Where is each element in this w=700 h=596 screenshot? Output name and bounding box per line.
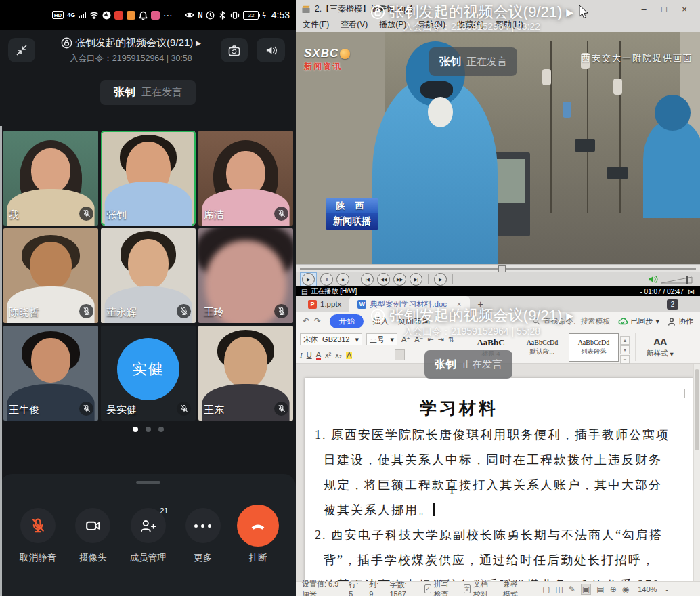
participant-tile[interactable]: 实健 吴实健 [101, 326, 196, 421]
step-button[interactable]: ▶ [434, 273, 447, 286]
zoom-slider[interactable] [677, 589, 694, 589]
more-button[interactable]: 更多 [179, 508, 227, 564]
chevron-down-icon: ▾ [670, 349, 673, 358]
pause-button[interactable]: ‖ [320, 273, 333, 286]
align-center-button[interactable] [369, 350, 378, 360]
stream-indicator-icon: ⋈ [688, 288, 695, 295]
members-button[interactable]: 21 成员管理 [124, 508, 173, 564]
pen-mode-icon[interactable]: ✎ [569, 584, 575, 594]
battery-icon: 32 [243, 11, 259, 20]
forward-button[interactable]: ▶▶ [393, 273, 406, 286]
speaker-name: 张钊 [435, 358, 456, 372]
scene-medic-mask-shape [428, 97, 453, 127]
participant-tile[interactable]: 董永辉 [101, 228, 196, 323]
document-body[interactable]: 1. 原西安医学院院长唐俊琪利用职务便利，插手教师公寓项 目建设，使其关系人中标… [315, 423, 690, 581]
media-player-window: 2.【三秦楷模】施秉银.mp4 – □ × 文件(F) 查看(V) 播放(P) … [296, 0, 700, 296]
wps-status-bar: 设置值: 6.9厘米 行: 5 列: 9 字数: 1567 ✓ 拼写检查 文 文… [296, 581, 700, 596]
ellipsis-icon [194, 524, 211, 528]
eye-protect-icon[interactable]: ◉ [622, 584, 629, 594]
scene-iv-bag-shape [563, 102, 571, 118]
volume-icon[interactable] [647, 274, 658, 284]
switch-camera-button[interactable] [221, 38, 248, 62]
align-justify-button-active[interactable] [395, 349, 405, 360]
participant-name: 张钊 [106, 209, 127, 221]
meeting-control-sheet: 取消静音 摄像头 21 成员管理 更多 挂断 [0, 474, 296, 596]
camera-label: 摄像头 [79, 552, 107, 564]
proofread-button[interactable]: 文 文档校对 [464, 579, 494, 596]
speaker-output-button[interactable] [257, 38, 285, 62]
speaker-name: 张钊 [439, 55, 461, 69]
participant-tile[interactable]: 王牛俊 [3, 326, 98, 421]
font-color-button[interactable]: A [316, 351, 321, 360]
wps-office-window: P 1.pptx W 典型案例学习材料.doc × + 2 ↶ ↷ 开始 插入 … [296, 296, 700, 596]
participant-tile[interactable]: 我 [3, 131, 98, 226]
participant-name: 我 [9, 209, 19, 221]
scene-medic-figure [643, 95, 700, 215]
play-button-active[interactable]: ▶ [300, 272, 317, 286]
tv-logo: SXBC 新闻资讯 [304, 47, 350, 72]
meeting-title: 张钊发起的视频会议(9/21) [389, 305, 562, 326]
participant-tile[interactable]: 陈晓哲 [3, 228, 98, 323]
scroll-down-icon[interactable]: ▾ [620, 345, 630, 354]
scrollbar-thumb[interactable] [695, 369, 699, 450]
fit-page-icon[interactable]: ▢ [542, 584, 550, 594]
align-right-button[interactable] [382, 350, 391, 360]
video-viewport[interactable]: SXBC 新闻资讯 西安交大一附院提供画面 张钊 正在发言 陕 西 新闻联播 [296, 32, 700, 264]
scene-pump-shape [607, 167, 628, 179]
spell-check-button[interactable]: ✓ 拼写检查 [424, 579, 455, 596]
hangup-button[interactable]: 挂断 [234, 508, 282, 564]
active-speaker-banner: 张钊 正在发言 [0, 80, 296, 105]
meeting-title: 张钊发起的视频会议(9/21) [75, 37, 193, 49]
previous-button[interactable]: |◀ [361, 273, 374, 286]
lock-icon [61, 37, 72, 49]
zoom-out-button[interactable]: - [665, 585, 668, 593]
underline-button[interactable]: U [307, 352, 312, 359]
divider [428, 274, 429, 284]
two-page-view-icon[interactable]: ◫ [556, 584, 563, 594]
next-button[interactable]: ▶| [410, 273, 422, 286]
volume-slider[interactable] [661, 275, 696, 284]
doc-line: 1. 原西安医学院院长唐俊琪利用职务便利，插手教师公寓项 [315, 423, 690, 448]
rewind-button[interactable]: ◀◀ [377, 273, 390, 286]
window-count-badge[interactable]: 2 [667, 299, 678, 310]
subscript-button[interactable]: x₂ [335, 352, 342, 359]
word-count[interactable]: 字数: 1567 [389, 580, 416, 596]
collaborate-button[interactable]: 协作 [668, 316, 693, 326]
italic-button[interactable]: I [300, 352, 303, 359]
meeting-overlay-passcode: 入会口令：21959152964 | 55:28 [296, 326, 648, 338]
meeting-title: 张钊发起的视频会议(9/21) [389, 2, 562, 22]
drag-handle[interactable] [136, 481, 160, 484]
vertical-scrollbar[interactable] [693, 364, 700, 581]
align-left-button[interactable] [356, 350, 365, 360]
participant-tile-speaking[interactable]: 张钊 [101, 131, 196, 226]
outline-view-icon[interactable]: ▤ [596, 584, 604, 594]
window-close-button[interactable]: × [674, 4, 695, 14]
window-maximize-button[interactable]: □ [654, 4, 674, 14]
speaker-status: 正在发言 [466, 56, 507, 68]
divider [452, 274, 453, 284]
meeting-overlay-passcode: 入会口令：21959152964 | 33:22 [296, 21, 648, 33]
document-page[interactable]: 学习材料 1. 原西安医学院院长唐俊琪利用职务便利，插手教师公寓项 目建设，使其… [305, 378, 694, 581]
participant-tile[interactable]: 王东 [198, 326, 293, 421]
minimize-meeting-button[interactable] [8, 38, 35, 62]
highlight-button[interactable]: A [346, 352, 352, 359]
margin-mark [676, 389, 685, 398]
gallery-expand-icon[interactable]: ≡ [620, 355, 630, 364]
web-view-icon[interactable]: ⊕ [610, 584, 617, 594]
expand-arrow-icon[interactable]: ▶ [196, 39, 201, 47]
camera-button[interactable]: 摄像头 [68, 508, 117, 564]
style-sample: AaBbCcDd [578, 339, 610, 346]
style-label: 列表段落 [581, 347, 607, 356]
participant-name: 王牛俊 [9, 404, 39, 417]
participant-tile[interactable]: 席洁 [198, 131, 293, 226]
participant-tile[interactable]: 王玲 [198, 228, 293, 323]
unmute-button[interactable]: 取消静音 [14, 508, 62, 564]
page-view-icon-active[interactable]: ▣ [581, 584, 591, 595]
superscript-button[interactable]: x² [325, 352, 331, 359]
background-window-edge [0, 126, 2, 596]
stop-button[interactable]: ■ [336, 273, 349, 286]
eye-comfort-icon [185, 11, 194, 19]
avatar: 实健 [117, 338, 179, 400]
compass-icon [102, 11, 111, 20]
zoom-level[interactable]: 140% [638, 585, 657, 593]
